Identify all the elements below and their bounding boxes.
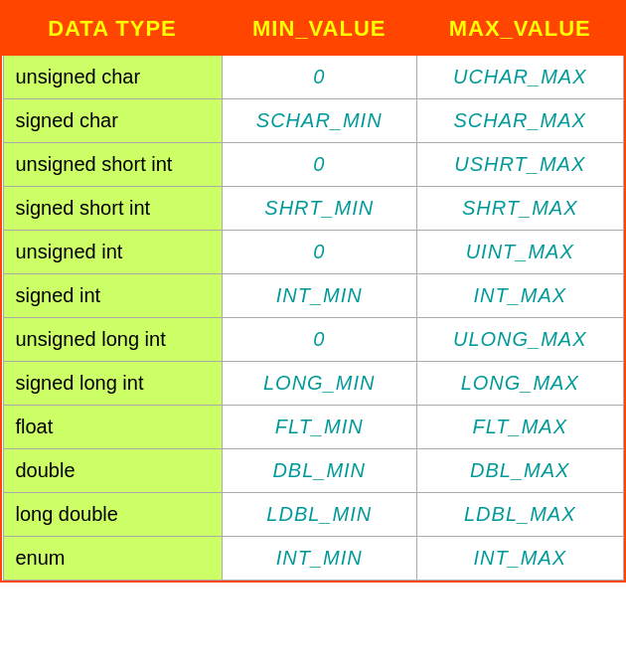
table-row: unsigned short int0USHRT_MAX	[3, 143, 623, 187]
cell-datatype: unsigned char	[3, 55, 222, 99]
cell-datatype: unsigned long int	[3, 318, 222, 362]
cell-minvalue: LONG_MIN	[222, 362, 416, 406]
table-row: unsigned long int0ULONG_MAX	[3, 318, 623, 362]
cell-maxvalue: SCHAR_MAX	[416, 99, 623, 143]
table-row: floatFLT_MINFLT_MAX	[3, 406, 623, 449]
cell-minvalue: DBL_MIN	[222, 449, 416, 493]
cell-minvalue: 0	[222, 231, 416, 274]
table-row: unsigned int0UINT_MAX	[3, 231, 623, 274]
cell-maxvalue: LONG_MAX	[416, 362, 623, 406]
cell-datatype: float	[3, 406, 222, 449]
table-row: long doubleLDBL_MINLDBL_MAX	[3, 493, 623, 537]
cell-minvalue: SHRT_MIN	[222, 187, 416, 231]
cell-minvalue: 0	[222, 318, 416, 362]
cell-maxvalue: USHRT_MAX	[416, 143, 623, 187]
table-row: signed short intSHRT_MINSHRT_MAX	[3, 187, 623, 231]
cell-datatype: signed long int	[3, 362, 222, 406]
cell-minvalue: LDBL_MIN	[222, 493, 416, 537]
cell-minvalue: FLT_MIN	[222, 406, 416, 449]
cell-minvalue: INT_MIN	[222, 274, 416, 318]
col-header-datatype: DATA TYPE	[3, 3, 222, 55]
cell-minvalue: SCHAR_MIN	[222, 99, 416, 143]
data-types-table: DATA TYPE MIN_VALUE MAX_VALUE unsigned c…	[0, 0, 626, 583]
cell-maxvalue: INT_MAX	[416, 274, 623, 318]
cell-datatype: enum	[3, 537, 222, 581]
cell-datatype: signed int	[3, 274, 222, 318]
cell-minvalue: 0	[222, 55, 416, 99]
cell-maxvalue: LDBL_MAX	[416, 493, 623, 537]
cell-minvalue: INT_MIN	[222, 537, 416, 581]
cell-maxvalue: UINT_MAX	[416, 231, 623, 274]
cell-maxvalue: SHRT_MAX	[416, 187, 623, 231]
cell-datatype: double	[3, 449, 222, 493]
table-header-row: DATA TYPE MIN_VALUE MAX_VALUE	[3, 3, 623, 55]
table-row: unsigned char0UCHAR_MAX	[3, 55, 623, 99]
cell-maxvalue: UCHAR_MAX	[416, 55, 623, 99]
col-header-maxvalue: MAX_VALUE	[416, 3, 623, 55]
table-row: enumINT_MININT_MAX	[3, 537, 623, 581]
col-header-minvalue: MIN_VALUE	[222, 3, 416, 55]
cell-maxvalue: INT_MAX	[416, 537, 623, 581]
cell-datatype: signed char	[3, 99, 222, 143]
cell-datatype: long double	[3, 493, 222, 537]
cell-minvalue: 0	[222, 143, 416, 187]
cell-maxvalue: FLT_MAX	[416, 406, 623, 449]
table-row: signed intINT_MININT_MAX	[3, 274, 623, 318]
table-row: signed long intLONG_MINLONG_MAX	[3, 362, 623, 406]
cell-maxvalue: DBL_MAX	[416, 449, 623, 493]
table-row: doubleDBL_MINDBL_MAX	[3, 449, 623, 493]
table-row: signed charSCHAR_MINSCHAR_MAX	[3, 99, 623, 143]
cell-datatype: signed short int	[3, 187, 222, 231]
cell-maxvalue: ULONG_MAX	[416, 318, 623, 362]
cell-datatype: unsigned int	[3, 231, 222, 274]
cell-datatype: unsigned short int	[3, 143, 222, 187]
